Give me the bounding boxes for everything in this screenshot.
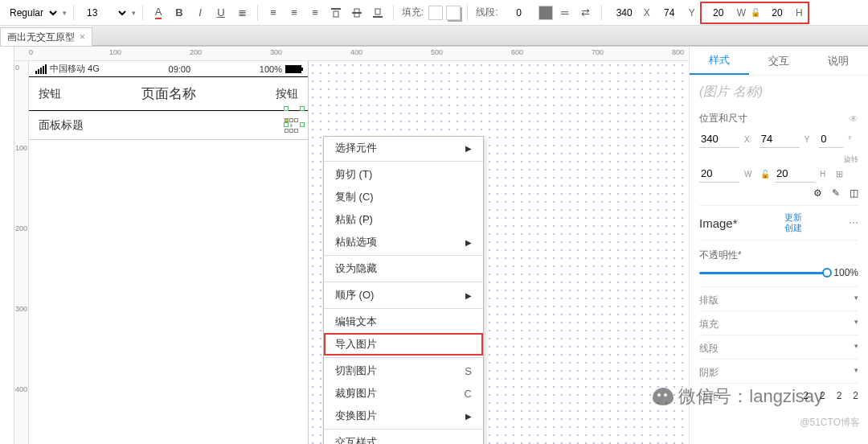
more-icon[interactable]: ⋯ [849, 217, 858, 228]
create-style-link[interactable]: 创建 [784, 223, 802, 233]
watermark-source: @51CTO博客 [800, 416, 860, 430]
fill-shadow-swatch[interactable] [446, 6, 461, 20]
file-tab[interactable]: 画出无交互原型 × [0, 27, 92, 46]
update-style-link[interactable]: 更新 [784, 212, 802, 223]
svg-rect-1 [334, 11, 338, 17]
device-status-bar: 中国移动 4G 09:00 100% [29, 61, 308, 77]
close-icon[interactable]: × [80, 31, 85, 43]
opacity-slider[interactable] [699, 272, 827, 274]
svg-rect-5 [375, 9, 380, 14]
menu-crop-image[interactable]: 裁剪图片C [324, 382, 483, 405]
inspector-h-input[interactable] [775, 165, 815, 183]
watermark: 微信号：langzisay [653, 384, 823, 409]
arrow-style-icon[interactable]: ⇄ [577, 4, 595, 22]
signal-icon [35, 64, 47, 74]
page-left-gutter [0, 47, 14, 444]
height-input[interactable] [764, 5, 791, 21]
menu-slice-image[interactable]: 切割图片S [324, 360, 483, 382]
rotate-label: 旋转 [844, 155, 858, 163]
lock-icon[interactable]: 🔓 [760, 170, 770, 179]
menu-paste[interactable]: 粘贴 (P) [324, 208, 483, 231]
font-family-select[interactable]: Regular [3, 5, 59, 21]
lock-icon[interactable]: 🔓 [751, 8, 760, 17]
style-name: Image* [699, 216, 738, 230]
menu-paste-options[interactable]: 粘贴选项▶ [324, 231, 483, 253]
tab-style[interactable]: 样式 [690, 47, 749, 75]
pos-x-input[interactable] [608, 5, 641, 21]
device-panel-header: 面板标题 › [29, 111, 308, 140]
tab-notes[interactable]: 说明 [809, 47, 868, 75]
crop-icon[interactable]: ◫ [850, 187, 858, 199]
inspector-tabs: 样式 交互 说明 [690, 47, 868, 76]
list-icon[interactable]: ≣ [233, 4, 251, 22]
line-label: 线段: [474, 6, 499, 19]
visibility-icon[interactable]: 👁 [849, 113, 858, 125]
bold-icon[interactable]: B [170, 4, 188, 22]
font-color-icon[interactable]: A [149, 4, 167, 22]
wechat-icon [653, 388, 674, 405]
time-label: 09:00 [169, 64, 191, 74]
pos-y-input[interactable] [653, 5, 686, 21]
align-right-icon[interactable]: ≡ [306, 4, 324, 22]
menu-select-element[interactable]: 选择元件▶ [324, 137, 483, 159]
valign-middle-icon[interactable] [348, 4, 366, 22]
opacity-label: 不透明性* [699, 249, 742, 262]
settings-icon[interactable]: ⚙ [813, 187, 822, 199]
section-line[interactable]: 线段 [699, 342, 719, 356]
inspector-x-input[interactable] [699, 130, 739, 148]
submenu-arrow-icon: ▶ [465, 144, 472, 153]
file-tab-strip: 画出无交互原型 × [0, 26, 868, 47]
canvas-area[interactable]: 0 100 200 300 400 500 600 700 800 0 100 … [14, 47, 689, 444]
size-box-highlight: W 🔓 H [700, 2, 809, 24]
section-layout[interactable]: 排版 [699, 294, 719, 307]
file-tab-label: 画出无交互原型 [7, 31, 75, 44]
battery-icon [285, 65, 301, 73]
align-center-icon[interactable]: ≡ [285, 4, 303, 22]
top-toolbar: Regular ▾ 13 ▾ A B I U ≣ ≡ ≡ ≡ 填充: 线段: ═… [0, 0, 868, 26]
underline-icon[interactable]: U [212, 4, 230, 22]
line-width-input[interactable] [503, 5, 535, 21]
svg-rect-2 [352, 12, 362, 14]
valign-bottom-icon[interactable] [369, 4, 387, 22]
menu-order[interactable]: 顺序 (O)▶ [324, 284, 483, 306]
nav-title: 页面名称 [141, 84, 196, 103]
battery-pct: 100% [260, 64, 282, 74]
tab-interaction[interactable]: 交互 [749, 47, 809, 75]
submenu-arrow-icon: ▶ [465, 238, 472, 247]
align-left-icon[interactable]: ≡ [264, 4, 282, 22]
italic-icon[interactable]: I [191, 4, 209, 22]
menu-cut[interactable]: 剪切 (T) [324, 163, 483, 186]
chevron-down-icon: ▾ [132, 9, 136, 17]
menu-copy[interactable]: 复制 (C) [324, 186, 483, 208]
menu-transform-image[interactable]: 变换图片▶ [324, 405, 483, 427]
chevron-down-icon: ▾ [63, 9, 67, 17]
line-style-icon[interactable]: ═ [556, 4, 574, 22]
panel-title: 面板标题 [39, 118, 84, 133]
nav-right-button[interactable]: 按钮 [276, 87, 298, 101]
ruler-vertical: 0 100 200 300 400 [14, 61, 29, 444]
opacity-value: 100% [833, 267, 858, 278]
context-menu: 选择元件▶ 剪切 (T) 复制 (C) 粘贴 (P) 粘贴选项▶ 设为隐藏 顺序… [323, 136, 484, 444]
anchor-icon[interactable]: ⊞ [836, 169, 843, 179]
width-input[interactable] [705, 5, 732, 21]
inspector-y-input[interactable] [760, 130, 800, 148]
section-fill[interactable]: 填充 [699, 318, 719, 331]
section-shadow[interactable]: 阴影 [699, 366, 719, 380]
menu-interaction-style[interactable]: 交互样式... [324, 431, 483, 444]
edit-icon[interactable]: ✎ [832, 187, 840, 199]
submenu-arrow-icon: ▶ [465, 412, 472, 421]
inspector-w-input[interactable] [699, 165, 739, 183]
font-size-select[interactable]: 13 [80, 5, 129, 21]
valign-top-icon[interactable] [327, 4, 345, 22]
device-nav-bar: 按钮 页面名称 按钮 [29, 77, 308, 111]
menu-edit-text[interactable]: 编辑文本 [324, 310, 483, 333]
nav-left-button[interactable]: 按钮 [39, 87, 61, 101]
inspector-rotate-input[interactable] [819, 130, 843, 148]
menu-set-hidden[interactable]: 设为隐藏 [324, 257, 483, 280]
selection-handles[interactable] [286, 109, 302, 125]
svg-rect-4 [373, 16, 383, 18]
widget-name-input[interactable]: (图片 名称) [699, 84, 858, 101]
fill-color-swatch[interactable] [428, 6, 443, 20]
line-color-swatch[interactable] [538, 6, 553, 20]
menu-import-image[interactable]: 导入图片 [324, 333, 483, 356]
